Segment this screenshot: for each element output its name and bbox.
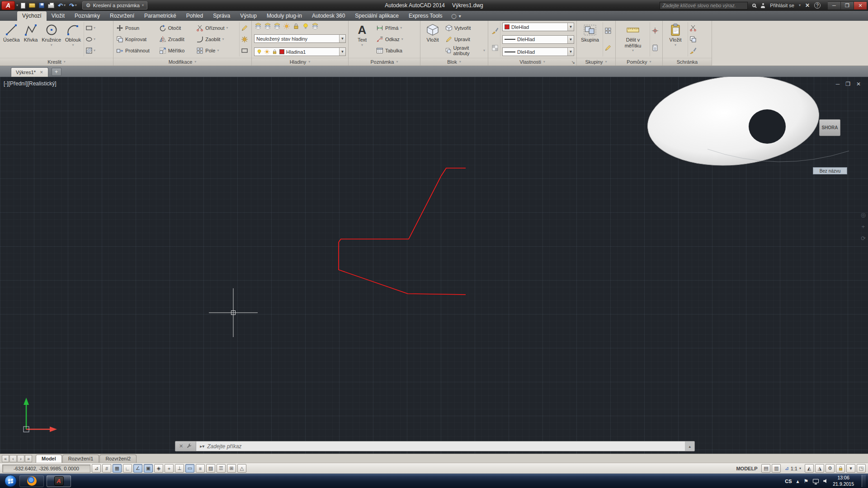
leader-button[interactable]: Odkaz▾ <box>375 34 418 45</box>
fade-button[interactable] <box>241 47 248 54</box>
ribbon-minimize-caret-icon[interactable]: ▾ <box>459 14 461 19</box>
coordinates-readout[interactable]: -632.6402, -326.9985, 0.0000 <box>2 465 90 473</box>
layer-dropdown[interactable]: Hladina1 ▼ <box>254 47 346 56</box>
view-name-box[interactable]: Bez názvu <box>813 167 847 174</box>
circle-button[interactable]: Kružnice ▾ <box>40 22 62 56</box>
open-button[interactable] <box>29 3 35 8</box>
match-props-clip-button[interactable] <box>689 47 697 54</box>
language-indicator[interactable]: CS <box>785 479 792 484</box>
tab-specialni-aplikace[interactable]: Speciální aplikace <box>350 11 404 21</box>
command-input[interactable]: ▸▾ Zadejte příkaz <box>196 441 685 451</box>
ortho-toggle[interactable]: ∟ <box>123 464 132 473</box>
tab-rozvrzeni[interactable]: Rozvržení <box>105 11 139 21</box>
explode-button[interactable] <box>241 36 248 43</box>
close-tab-icon[interactable]: ✕ <box>40 70 43 75</box>
next-layout-icon[interactable]: › <box>17 455 24 462</box>
panel-label-blok[interactable]: Blok▾ <box>420 58 488 66</box>
file-tab-vykres1[interactable]: Výkres1* ✕ <box>11 67 48 77</box>
mirror-button[interactable]: Zrcadlit <box>158 34 194 45</box>
rectangle-button[interactable]: ▾ <box>85 24 95 32</box>
network-icon[interactable] <box>813 479 819 483</box>
firefox-taskbar-button[interactable] <box>19 475 44 487</box>
array-button[interactable]: Pole▾ <box>195 45 238 56</box>
tab-moduly-plugin[interactable]: Moduly plug-in <box>262 11 307 21</box>
model-paper-toggle[interactable]: MODELP <box>733 465 760 472</box>
tab-vychozi[interactable]: Výchozí <box>17 11 47 21</box>
minimize-button[interactable]: ─ <box>828 1 841 10</box>
profile-polyline[interactable] <box>339 168 466 295</box>
text-button[interactable]: Text ▾ <box>350 22 374 56</box>
drawing-canvas[interactable]: [-][Přední][Realistický] ─ ❐ ✕ SHORA Bez… <box>0 77 868 454</box>
panel-label-kreslit[interactable]: Kreslit▾ <box>0 58 113 66</box>
id-point-button[interactable] <box>651 27 659 34</box>
layer-properties-icon[interactable] <box>255 23 262 30</box>
last-layout-icon[interactable]: » <box>25 455 32 462</box>
layer-current-icon[interactable] <box>264 23 271 30</box>
group-edit-button[interactable] <box>604 44 612 52</box>
transparency-button[interactable] <box>491 44 499 52</box>
viewcube-top-face[interactable]: SHORA <box>819 119 840 136</box>
group-button[interactable]: Skupina <box>579 22 601 56</box>
object-color-dropdown[interactable]: DleHlad ▼ <box>502 23 574 31</box>
dynamic-input-toggle[interactable]: ▭ <box>185 464 194 473</box>
tab-parametricke[interactable]: Parametrické <box>139 11 181 21</box>
stretch-button[interactable]: Protáhnout <box>115 45 157 56</box>
tab-express-tools[interactable]: Express Tools <box>404 11 447 21</box>
linetype-dropdown[interactable]: DleHlad ▼ <box>502 47 574 56</box>
save-button[interactable] <box>39 3 44 8</box>
workspace-switcher[interactable]: ⚙ Kreslení a poznámka ▾ <box>82 1 147 9</box>
layer-state-dropdown[interactable]: Neuložený stav hladiny ▼ <box>254 34 346 43</box>
clean-screen-icon[interactable]: ◳ <box>857 464 866 473</box>
autocad-taskbar-button[interactable]: A <box>47 475 71 487</box>
annotation-monitor-toggle[interactable]: △ <box>237 464 246 473</box>
hatch-button[interactable]: ▾ <box>85 47 95 54</box>
tab-pohled[interactable]: Pohled <box>181 11 208 21</box>
caret-down-icon[interactable]: ▾ <box>799 4 801 7</box>
quick-properties-toggle[interactable]: ☰ <box>217 464 226 473</box>
scale-button[interactable]: Měřítko <box>158 45 194 56</box>
copy-clip-button[interactable] <box>689 36 697 43</box>
close-button[interactable]: ✕ <box>854 1 867 10</box>
polyline-button[interactable]: Křivka <box>23 22 39 56</box>
tab-poznamky[interactable]: Poznámky <box>70 11 105 21</box>
new-drawing-tab-button[interactable]: + <box>52 68 61 76</box>
command-expand-icon[interactable]: ▴ <box>685 444 694 449</box>
fillet-button[interactable]: Zaoblit▾ <box>195 34 238 45</box>
measure-button[interactable]: Dělit v měřítku ▾ <box>618 22 648 56</box>
viewport-close-icon[interactable]: ✕ <box>856 81 861 87</box>
annotation-scale-button[interactable]: ⊿ 1:1 ▾ <box>782 465 803 472</box>
transparency-toggle[interactable]: ▨ <box>206 464 215 473</box>
new-file-button[interactable] <box>21 3 25 9</box>
panel-label-vlastnosti[interactable]: Vlastnosti▾↘ <box>488 58 576 66</box>
layer-off-icon[interactable] <box>302 23 309 30</box>
annotation-visibility-icon[interactable]: ◭ <box>805 464 814 473</box>
pan-icon[interactable]: + <box>861 223 866 230</box>
erase-button[interactable] <box>241 24 248 32</box>
layer-previous-icon[interactable] <box>311 23 319 30</box>
redo-button[interactable]: ↷▾ <box>69 3 77 9</box>
quick-view-drawings-icon[interactable]: ▥ <box>772 464 781 473</box>
move-button[interactable]: Posun <box>115 23 157 33</box>
edit-block-button[interactable]: Upravit <box>444 34 486 45</box>
paste-button[interactable]: Vložit ▾ <box>665 22 686 56</box>
panel-label-modifikace[interactable]: Modifikace▾ <box>113 58 251 66</box>
selection-cycling-toggle[interactable]: ⊞ <box>227 464 236 473</box>
ellipse-button[interactable]: ▾ <box>85 36 95 43</box>
arc-button[interactable]: Oblouk ▾ <box>64 22 82 56</box>
quick-calc-button[interactable] <box>651 44 659 52</box>
edit-attributes-button[interactable]: Upravit atributy▾ <box>444 45 486 56</box>
table-button[interactable]: Tabulka <box>375 45 418 56</box>
layer-isolate-icon[interactable] <box>274 23 281 30</box>
ungroup-button[interactable] <box>604 27 612 34</box>
tab-sprava[interactable]: Správa <box>208 11 235 21</box>
object-snap-toggle[interactable]: ▣ <box>144 464 153 473</box>
cut-button[interactable] <box>689 24 697 32</box>
insert-block-button[interactable]: Vložit <box>422 22 443 56</box>
command-close-icon[interactable]: ✕ <box>179 443 183 449</box>
workspace-switch-icon[interactable]: ⚙ <box>826 464 835 473</box>
search-input[interactable] <box>660 2 748 9</box>
object-snap-tracking-toggle[interactable]: + <box>165 464 174 473</box>
tab-model[interactable]: Model <box>36 455 62 463</box>
panel-label-hladiny[interactable]: Hladiny▾ <box>252 58 348 66</box>
undo-button[interactable]: ↶▾ <box>58 3 66 9</box>
